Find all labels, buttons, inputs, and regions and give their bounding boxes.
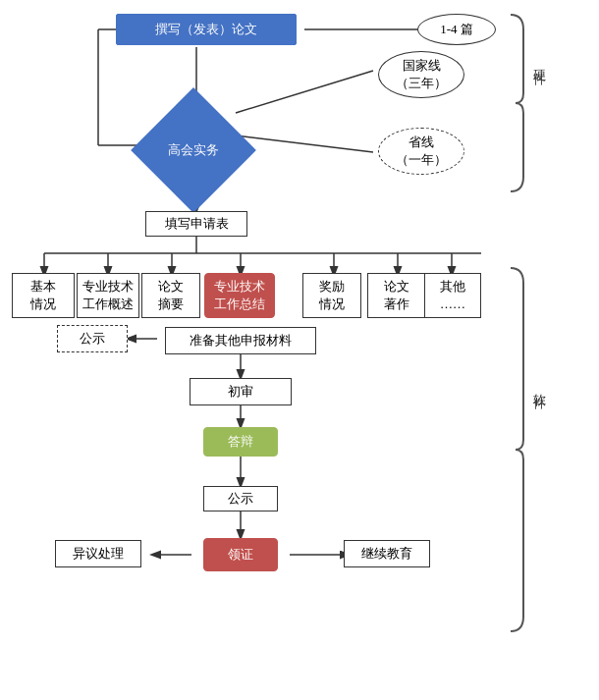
defense-node: 答辩 bbox=[203, 427, 278, 457]
provincial-line-node: 省线 （一年） bbox=[378, 128, 464, 175]
awards-node: 奖励 情况 bbox=[302, 273, 361, 318]
prepare-materials-node: 准备其他申报材料 bbox=[165, 327, 316, 354]
get-cert-node: 领证 bbox=[203, 538, 278, 571]
national-line-node: 国家线 （三年） bbox=[378, 51, 464, 98]
tech-work-summary-node: 专业技术 工作总结 bbox=[204, 273, 275, 318]
write-paper-node: 撰写（发表）论文 bbox=[116, 14, 297, 45]
fill-form-node: 填写申请表 bbox=[145, 211, 247, 237]
senior-practice-node: 高会实务 bbox=[131, 87, 255, 212]
svg-line-4 bbox=[236, 71, 373, 113]
objection-node: 异议处理 bbox=[55, 540, 141, 567]
hard-label: 硬件 bbox=[530, 59, 548, 147]
paper-abstract-node: 论文 摘要 bbox=[141, 273, 200, 318]
papers-count-node: 1-4 篇 bbox=[417, 14, 496, 45]
tech-work-desc-node: 专业技术 工作概述 bbox=[77, 273, 139, 318]
publications-node: 论文 著作 bbox=[367, 273, 426, 318]
soft-brace bbox=[501, 263, 530, 636]
public-notice2-node: 公示 bbox=[203, 486, 278, 512]
basic-info-node: 基本 情况 bbox=[12, 273, 75, 318]
continuing-edu-node: 继续教育 bbox=[344, 540, 430, 567]
hard-brace bbox=[501, 10, 530, 196]
others-node: 其他 …… bbox=[424, 273, 481, 318]
public-notice1-node: 公示 bbox=[57, 325, 128, 352]
diagram: 撰写（发表）论文 1-4 篇 国家线 （三年） 省线 （一年） 高会实务 填写申… bbox=[0, 0, 599, 700]
soft-label: 软件 bbox=[530, 383, 548, 471]
initial-review-node: 初审 bbox=[190, 378, 292, 405]
